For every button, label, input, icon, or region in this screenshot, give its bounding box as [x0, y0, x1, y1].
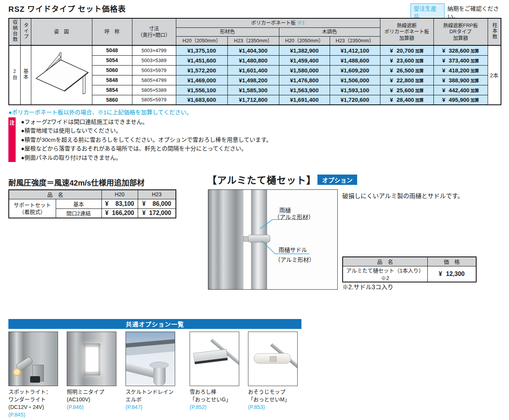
gutter-section-title: 【アルミたて樋セット】 — [207, 173, 316, 186]
header-heat-frp-add: 熱線遮断FRP板 DRタイプ 加算額 — [433, 18, 488, 45]
wind-variant-cell: 間口2連結 — [56, 208, 101, 218]
thumbnail-spotlight — [8, 332, 58, 386]
page-ref: (P.853) — [248, 403, 290, 411]
gutter-label-2: 雨樋サドル — [279, 245, 307, 253]
add-heat-frp: ¥328,600加算 — [433, 45, 488, 55]
figure-cell — [31, 45, 92, 105]
add-heat-poly: ¥20,700加算 — [380, 45, 433, 55]
option-badge: オプション — [317, 175, 357, 185]
post-count-cell: 2本 — [488, 45, 501, 105]
common-options-header: 共通オプション一覧 — [8, 319, 301, 329]
price-wood-h23: ¥1,609,200 — [330, 65, 380, 75]
price-wood-h20: ¥1,691,400 — [279, 95, 330, 105]
page-ref: (P.845) — [8, 411, 51, 418]
model-cell: 5860 — [92, 95, 132, 105]
header-storage-count: 収納台数 — [9, 18, 20, 45]
size-cell: 5805×5979 — [132, 95, 176, 105]
snow-rake-blade — [193, 349, 228, 365]
catalog-page: RSZ ワイドタイプ セット価格表 受注生産品 納期をご確認ください。 収納台数… — [0, 0, 509, 420]
price-shape-h20: ¥1,556,100 — [176, 85, 227, 95]
price-shape-h20: ¥1,683,600 — [176, 95, 227, 105]
leader-lines — [208, 190, 338, 290]
page-ref: (P.846) — [67, 403, 104, 411]
model-cell: 5848 — [92, 75, 132, 85]
wind-group-cell: サポートセット （着脱式） — [9, 199, 56, 218]
header-shape-h20: H20（2050mm） — [176, 36, 227, 45]
price-wood-h23: ¥1,488,600 — [330, 55, 380, 65]
add-heat-frp: ¥418,200加算 — [433, 65, 488, 75]
caption-skeleton-drain: スケルトンドレイン エルボ (P.847) — [126, 388, 174, 411]
size-cell: 5805×5389 — [132, 85, 176, 95]
caution-block: 注 ●フォーグZワイドは間口連結施工はできません。 ●積雪地域では使用しないでく… — [8, 117, 272, 162]
gutter-price-cell: ¥12,300 — [427, 266, 476, 282]
poly-ref-mark: ※1 — [297, 20, 305, 26]
size-cell: 5003×5979 — [132, 65, 176, 75]
price-shape-h23: ¥1,585,300 — [227, 85, 279, 95]
spotlight-sensor — [30, 376, 40, 383]
caution-item: ●積雪が30cmを超える前に雪おろしをしてください。オプションで雪おろし棒を用意… — [21, 135, 272, 144]
header-post-count: 柱本数 — [488, 18, 501, 45]
price-wood-h20: ¥1,580,000 — [279, 65, 330, 75]
gutter-note: ※2.サドル3コ入り — [342, 282, 393, 291]
add-heat-poly: ¥28,400加算 — [380, 95, 433, 105]
caution-item: ●積雪地域では使用しないでください。 — [21, 126, 272, 135]
price-shape-h20: ¥1,375,100 — [176, 45, 227, 55]
page-title: RSZ ワイドタイプ セット価格表 — [8, 3, 126, 14]
gutter-label-1-sub: （アルミ形材） — [274, 213, 314, 221]
price-wood-h20: ¥1,459,400 — [279, 55, 330, 65]
gutter-header-price: 価 格 — [427, 257, 476, 266]
header-polycarbonate-group: ポリカーボネート板 ※1 — [176, 18, 380, 27]
price-shape-h23: ¥1,480,800 — [227, 55, 279, 65]
header-size: 寸法 （奥行×間口） — [132, 18, 176, 45]
price-wood-h23: ¥1,506,000 — [330, 75, 380, 85]
add-heat-frp: ¥388,900加算 — [433, 75, 488, 85]
header-wood-color: 木調色 — [279, 27, 380, 36]
gutter-description: 破損しにくいアルミ製の雨樋とサドルです。 — [342, 191, 464, 200]
header-heat-poly-add: 熱線遮断 ポリカーボネート板 加算額 — [380, 18, 433, 45]
thumbnail-mop — [248, 332, 298, 386]
size-cell: 5003×5389 — [132, 55, 176, 65]
caption-snow-rake: 雪おろし棒 「おっとせいG」 (P.852) — [190, 388, 231, 411]
header-model-name: 呼 称 — [92, 18, 132, 45]
size-cell: 5003×4799 — [132, 45, 176, 55]
table-row: サポートセット （着脱式） 基本 ¥83,100 ¥86,000 — [9, 199, 176, 208]
drain-elbow — [153, 368, 166, 386]
gutter-item-cell: アルミたて樋セット（1本入り）※2 — [343, 266, 427, 282]
header-shape-color: 形材色 — [176, 27, 279, 36]
price-table: 収納台数 タイプ 姿 図 呼 称 寸法 （奥行×間口） ポリカーボネート板 ※1… — [8, 18, 501, 105]
caption-mop: おそうじモップ 「おっとせいM」 (P.853) — [248, 388, 290, 411]
price-wood-h23: ¥1,593,100 — [330, 85, 380, 95]
mini-light-fixture — [84, 343, 100, 375]
price-shape-h20: ¥1,572,200 — [176, 65, 227, 75]
price-shape-h23: ¥1,498,200 — [227, 75, 279, 85]
wind-price-h20: ¥83,100 — [101, 199, 138, 208]
gutter-header-name: 品 名 — [343, 257, 427, 266]
wind-variant-cell: 基本 — [56, 199, 101, 208]
page-ref: (P.852) — [190, 403, 231, 411]
add-heat-frp: ¥495,900加算 — [433, 95, 488, 105]
wind-price-h23: ¥86,000 — [138, 199, 176, 208]
header-shape-h23: H23（2350mm） — [227, 36, 279, 45]
spotlight-lens — [13, 369, 21, 376]
caution-item: ●屋根などから落雪するおそれがある場所では、軒先との間隔を十分にとってください。 — [21, 144, 272, 153]
add-heat-frp: ¥373,400加算 — [433, 55, 488, 65]
wind-header-name: 品 名 — [9, 190, 101, 199]
add-heat-frp: ¥442,400加算 — [433, 85, 488, 95]
thumbnail-mini-light — [67, 332, 116, 386]
header-wood-h20: H20（2050mm） — [279, 36, 330, 45]
storage-count-cell: 2台 — [9, 45, 20, 105]
wind-price-h20: ¥166,200 — [101, 208, 138, 218]
price-wood-h23: ¥1,720,600 — [330, 95, 380, 105]
wind-parts-table: 品 名 H20 H23 サポートセット （着脱式） 基本 ¥83,100 ¥86… — [8, 189, 176, 218]
gutter-photo: 雨樋 （アルミ形材） 雨樋サドル （アルミ形材） — [208, 189, 338, 290]
wind-header-h20: H20 — [101, 190, 138, 199]
wind-section-title: 耐風圧強度＝風速42m/s仕様用追加部材 — [8, 177, 145, 188]
add-heat-poly: ¥26,500加算 — [380, 65, 433, 75]
add-heat-poly: ¥23,600加算 — [380, 55, 433, 65]
wind-header-h23: H23 — [138, 190, 176, 199]
price-wood-h20: ¥1,476,800 — [279, 75, 330, 85]
caution-item: ●フォーグZワイドは間口連結施工はできません。 — [21, 117, 272, 126]
model-cell: 5060 — [92, 65, 132, 75]
add-heat-poly: ¥22,800加算 — [380, 75, 433, 85]
table-row: アルミたて樋セット（1本入り）※2 ¥12,300 — [343, 266, 476, 282]
